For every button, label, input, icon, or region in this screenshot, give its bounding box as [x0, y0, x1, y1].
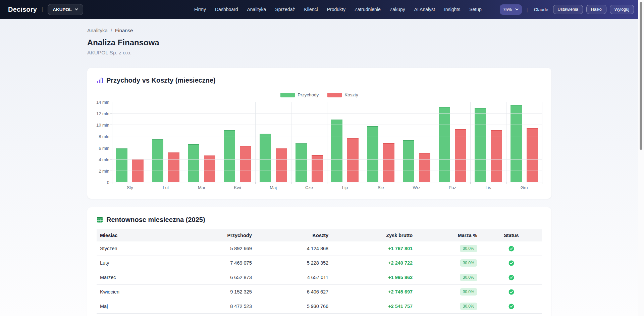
x-tickmark: [399, 182, 399, 184]
v-gridline: [255, 102, 256, 182]
x-tick-label: Cze: [291, 185, 327, 190]
legend-swatch-koszty: [327, 93, 342, 97]
scrollbar-thumb[interactable]: [640, 2, 642, 150]
v-gridline: [542, 102, 542, 182]
col-header-status: Status: [481, 229, 542, 241]
nav-divider: |: [527, 7, 528, 12]
y-tick-label: 2 mln: [99, 168, 109, 173]
chart-area: 02 mln4 mln6 mln8 mln10 mln12 mln14 mln: [97, 102, 542, 182]
cell-zysk-brutto: +1 767 801: [332, 241, 416, 256]
cell-status: [481, 285, 542, 299]
breadcrumb: Analityka / Finanse: [87, 28, 551, 33]
legend-swatch-przychody: [280, 93, 295, 97]
cell-marza: 30.0%: [416, 285, 481, 299]
x-tickmark: [542, 182, 542, 184]
nav-link-setup[interactable]: Setup: [469, 7, 482, 12]
status-check-icon: [508, 289, 514, 295]
nav-link-analityka[interactable]: Analityka: [247, 7, 266, 12]
v-gridline: [220, 102, 220, 182]
cell-koszty: 4 746 914: [255, 314, 332, 316]
v-gridline: [435, 102, 435, 182]
nav-right-group: 75% | Claude UstawieniaHasłoWyloguj: [500, 4, 634, 15]
ustawienia-button[interactable]: Ustawienia: [553, 5, 583, 14]
x-tick-label: Kwi: [219, 185, 255, 190]
zoom-level-select[interactable]: 75%: [500, 4, 522, 15]
col-header-przychody: Przychody: [191, 229, 255, 241]
col-header-zysk-brutto: Zysk brutto: [332, 229, 416, 241]
breadcrumb-separator: /: [111, 28, 112, 33]
table-card: Rentownosc miesieczna (2025) MiesiacPrzy…: [87, 207, 551, 316]
cell-status: [481, 241, 542, 256]
v-gridline: [506, 102, 506, 182]
cost-bar-mar: [204, 155, 215, 182]
cell-status: [481, 299, 542, 314]
status-check-icon: [508, 260, 514, 266]
x-tick-label: Lis: [470, 185, 506, 190]
nav-link-klienci[interactable]: Klienci: [304, 7, 318, 12]
user-name-label: Claude: [534, 7, 548, 12]
nav-action-buttons: UstawieniaHasłoWyloguj: [553, 5, 634, 14]
v-gridline: [184, 102, 184, 182]
page-subtitle: AKUPOL Sp. z o.o.: [87, 50, 551, 56]
company-selector-label: AKUPOL: [53, 7, 72, 12]
table-title: Rentownosc miesieczna (2025): [106, 216, 205, 224]
nav-link-sprzeda[interactable]: Sprzedaż: [275, 7, 295, 12]
cost-bar-lis: [491, 130, 502, 182]
v-gridline: [112, 102, 112, 182]
cell-miesiac: Marzec: [97, 270, 191, 285]
table-body: Styczen5 892 6694 124 868+1 767 80130.0%…: [97, 241, 542, 316]
x-tick-label: Lut: [148, 185, 184, 190]
x-tickmark: [148, 182, 148, 184]
status-check-icon: [508, 246, 514, 252]
wyloguj-button[interactable]: Wyloguj: [610, 5, 634, 14]
y-axis-labels: 02 mln4 mln6 mln8 mln10 mln12 mln14 mln: [97, 102, 112, 182]
x-tick-label: Paz: [434, 185, 470, 190]
breadcrumb-analityka[interactable]: Analityka: [87, 28, 108, 33]
cell-miesiac: Luty: [97, 256, 191, 270]
revenue-bar-wrz: [403, 140, 414, 182]
nav-links: FirmyDashboardAnalitykaSprzedażKlienciPr…: [194, 7, 482, 12]
cell-przychody: 8 472 523: [191, 299, 255, 314]
page-title: Analiza Finansowa: [87, 38, 551, 47]
cell-przychody: 7 469 075: [191, 256, 255, 270]
nav-link-zakupy[interactable]: Zakupy: [390, 7, 405, 12]
revenue-bar-cze: [296, 143, 307, 182]
cost-bar-kwi: [240, 146, 251, 182]
nav-link-dashboard[interactable]: Dashboard: [215, 7, 238, 12]
y-tick-label: 4 mln: [99, 157, 109, 162]
x-tickmark: [435, 182, 435, 184]
company-selector[interactable]: AKUPOL: [48, 4, 83, 15]
table-grid-icon: [97, 217, 103, 223]
has-o-button[interactable]: Hasło: [586, 5, 606, 14]
chart-plot: [112, 102, 542, 182]
nav-link-ai-analyst[interactable]: AI Analyst: [414, 7, 435, 12]
cell-koszty: 5 228 352: [255, 256, 332, 270]
table-row: Czerwiec6 781 3064 746 914+2 034 39230.0…: [97, 314, 542, 316]
legend-item-przychody[interactable]: Przychody: [280, 92, 319, 97]
cell-miesiac: Maj: [97, 299, 191, 314]
main-content: Analityka / Finanse Analiza Finansowa AK…: [87, 19, 551, 316]
cell-zysk-brutto: +2 541 757: [332, 299, 416, 314]
scrollbar-track[interactable]: [638, 0, 644, 316]
legend-item-koszty[interactable]: Koszty: [327, 92, 358, 97]
cost-bar-lut: [168, 152, 179, 182]
table-row: Kwiecien9 152 3256 406 627+2 745 69730.0…: [97, 285, 542, 299]
nav-link-insights[interactable]: Insights: [444, 7, 460, 12]
chevron-down-icon: [515, 8, 519, 11]
cell-przychody: 5 892 669: [191, 241, 255, 256]
chart-legend: PrzychodyKoszty: [97, 92, 542, 97]
nav-link-zatrudnienie[interactable]: Zatrudnienie: [355, 7, 381, 12]
x-tickmark: [184, 182, 184, 184]
cell-koszty: 6 406 627: [255, 285, 332, 299]
nav-link-produkty[interactable]: Produkty: [327, 7, 345, 12]
nav-link-firmy[interactable]: Firmy: [194, 7, 206, 12]
cost-bar-lip: [347, 138, 359, 182]
x-tickmark: [363, 182, 363, 184]
cell-koszty: 5 930 766: [255, 299, 332, 314]
x-tickmark: [112, 182, 112, 184]
chart-card: Przychody vs Koszty (miesieczne) Przycho…: [87, 68, 551, 199]
cost-bar-sie: [383, 143, 394, 182]
cell-przychody: 6 652 873: [191, 270, 255, 285]
bar-chart-icon: [97, 77, 103, 84]
legend-label: Koszty: [344, 92, 358, 97]
